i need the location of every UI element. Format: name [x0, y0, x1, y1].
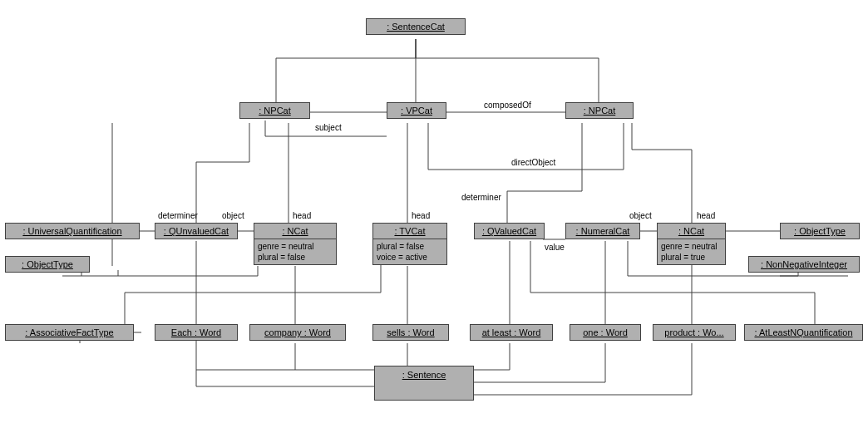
edge-label-subject: subject [315, 123, 342, 132]
node-title: : Sentence [375, 366, 473, 382]
edge-label-directobject: directObject [511, 158, 555, 167]
node-associativefacttype: : AssociativeFactType [5, 324, 134, 341]
attr: voice = active [377, 252, 443, 263]
node-title: : SentenceCat [367, 19, 465, 34]
edge-label-object-1: object [222, 211, 244, 220]
node-one-word: one : Word [570, 324, 641, 341]
node-title: Each : Word [155, 325, 237, 340]
node-title: one : Word [570, 325, 640, 340]
node-title: : AtLeastNQuantification [745, 325, 862, 340]
node-title: : QUnvaluedCat [155, 224, 237, 239]
attr: plural = false [258, 252, 333, 263]
edge-label-head-1: head [293, 211, 311, 220]
node-qunvaluedcat: : QUnvaluedCat [155, 223, 238, 239]
node-title: : UniversalQuantification [6, 224, 139, 239]
node-ncat-1: : NCat genre = neutral plural = false [254, 223, 337, 265]
node-ncat-2: : NCat genre = neutral plural = true [657, 223, 726, 265]
node-each-word: Each : Word [155, 324, 238, 341]
diagram-connectors [0, 0, 868, 423]
attr: plural = true [661, 252, 722, 263]
node-title: product : Wo... [653, 325, 735, 340]
node-title: : TVCat [373, 224, 446, 239]
node-title: : ObjectType [6, 257, 89, 272]
edge-label-determiner-2: determiner [461, 193, 501, 202]
attr: genre = neutral [661, 241, 722, 252]
node-nonnegativeinteger: : NonNegativeInteger [748, 256, 860, 273]
edge-label-determiner-1: determiner [158, 211, 198, 220]
node-company-word: company : Word [249, 324, 346, 341]
node-sentencecat: : SentenceCat [366, 18, 466, 35]
node-sells-word: sells : Word [372, 324, 449, 341]
node-atleastnquantification: : AtLeastNQuantification [744, 324, 863, 341]
node-numeralcat: : NumeralCat [565, 223, 640, 239]
node-title: : NCat [658, 224, 725, 239]
node-objecttype-1: : ObjectType [5, 256, 90, 273]
node-title: sells : Word [373, 325, 448, 340]
node-title: company : Word [250, 325, 345, 340]
attr: plural = false [377, 241, 443, 252]
node-atleast-word: at least : Word [470, 324, 553, 341]
node-title: : NPCat [566, 103, 633, 118]
node-npcat-1: : NPCat [239, 102, 310, 119]
node-objecttype-2: : ObjectType [780, 223, 860, 239]
node-product-word: product : Wo... [653, 324, 736, 341]
node-title: : AssociativeFactType [6, 325, 133, 340]
node-title: : NumeralCat [566, 224, 639, 239]
edge-label-head-3: head [697, 211, 715, 220]
edge-label-head-2: head [412, 211, 430, 220]
node-title: : ObjectType [781, 224, 859, 239]
node-vpcat: : VPCat [387, 102, 446, 119]
edge-label-object-2: object [629, 211, 652, 220]
node-title: : NonNegativeInteger [749, 257, 859, 272]
node-title: at least : Word [471, 325, 552, 340]
node-universalquantification: : UniversalQuantification [5, 223, 140, 239]
attr: genre = neutral [258, 241, 333, 252]
node-qvaluedcat: : QValuedCat [474, 223, 545, 239]
node-sentence: : Sentence [374, 366, 474, 401]
node-title: : QValuedCat [475, 224, 544, 239]
node-title: : NPCat [240, 103, 309, 118]
edge-label-value: value [545, 243, 565, 252]
node-title: : VPCat [387, 103, 446, 118]
edge-label-composedof: composedOf [484, 101, 531, 110]
node-tvcat: : TVCat plural = false voice = active [372, 223, 447, 265]
node-title: : NCat [254, 224, 336, 239]
node-npcat-2: : NPCat [565, 102, 634, 119]
